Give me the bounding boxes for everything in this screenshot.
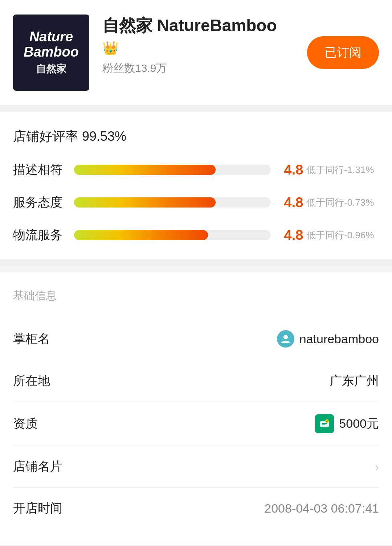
rating-row-logistics: 物流服务 4.8 低于同行-0.96%: [13, 227, 379, 243]
info-row-manager: 掌柜名 naturebamboo: [13, 318, 379, 360]
basic-info-section: 基础信息 掌柜名 naturebamboo 所在地 广东广州 资质: [0, 272, 392, 545]
basic-info-title: 基础信息: [13, 288, 379, 303]
rating-score-logistics: 4.8: [281, 227, 306, 243]
info-key-open-date: 开店时间: [13, 500, 62, 517]
rating-label-description: 描述相符: [13, 161, 64, 178]
rating-compare-service: 低于同行-0.73%: [306, 196, 379, 209]
rating-section: 店铺好评率 99.53% 描述相符 4.8 低于同行-1.31% 服务态度 4.…: [0, 112, 392, 259]
logo-line1: Nature: [29, 29, 73, 45]
bar-fill-service: [74, 197, 216, 208]
section-divider-2: [0, 259, 392, 266]
rating-bar-logistics: [74, 230, 271, 240]
info-key-location: 所在地: [13, 373, 50, 389]
info-key-business-card: 店铺名片: [13, 458, 62, 475]
crown-icon: 👑: [102, 41, 119, 56]
bar-fill-description: [74, 165, 216, 175]
info-value-manager: naturebamboo: [277, 330, 379, 348]
info-row-open-date: 开店时间 2008-04-03 06:07:41: [13, 488, 379, 529]
rating-bar-description: [74, 165, 271, 175]
subscribe-button[interactable]: 已订阅: [307, 36, 379, 69]
rating-label-service: 服务态度: [13, 194, 64, 211]
info-key-manager: 掌柜名: [13, 331, 50, 347]
rating-score-description: 4.8: [281, 162, 306, 178]
info-value-business-card: ›: [375, 460, 379, 474]
manager-icon: [277, 330, 294, 348]
info-value-qualification: 5000元: [315, 414, 379, 433]
rating-score-service: 4.8: [281, 195, 306, 210]
rating-compare-description: 低于同行-1.31%: [306, 164, 379, 176]
rating-compare-logistics: 低于同行-0.96%: [306, 229, 379, 242]
bar-fill-logistics: [74, 230, 208, 240]
info-key-qualification: 资质: [13, 415, 38, 432]
store-name-row: 自然家 NatureBamboo: [102, 15, 379, 37]
store-logo: Nature Bamboo 自然家: [13, 15, 89, 91]
positive-rate: 店铺好评率 99.53%: [13, 128, 379, 145]
header-section: Nature Bamboo 自然家 自然家 NatureBamboo 👑 粉丝数…: [0, 0, 392, 105]
info-row-qualification: 资质 5000元: [13, 402, 379, 446]
svg-point-0: [283, 335, 288, 339]
logo-line2: Bamboo: [24, 45, 79, 60]
section-divider: [0, 105, 392, 112]
qualification-icon: [315, 414, 334, 433]
rating-bar-service: [74, 197, 271, 208]
info-value-open-date: 2008-04-03 06:07:41: [264, 501, 379, 516]
info-row-business-card[interactable]: 店铺名片 ›: [13, 446, 379, 488]
logo-cn: 自然家: [36, 62, 66, 76]
info-value-location: 广东广州: [330, 373, 379, 389]
store-name: 自然家 NatureBamboo: [102, 15, 277, 37]
rating-row-service: 服务态度 4.8 低于同行-0.73%: [13, 194, 379, 211]
rating-row-description: 描述相符 4.8 低于同行-1.31%: [13, 161, 379, 178]
info-row-location: 所在地 广东广州: [13, 360, 379, 402]
rating-label-logistics: 物流服务: [13, 227, 64, 243]
chevron-right-icon: ›: [375, 460, 379, 474]
